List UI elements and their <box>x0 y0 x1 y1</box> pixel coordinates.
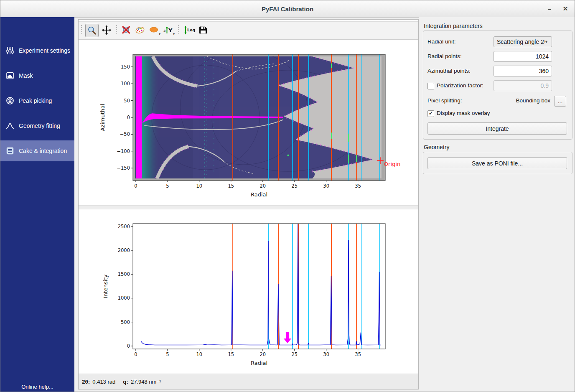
svg-text:100: 100 <box>121 81 130 87</box>
azimuthal-points-label: Azimuthal points: <box>427 66 471 76</box>
svg-text:35: 35 <box>355 183 361 189</box>
zoom-reset-button[interactable] <box>120 24 132 36</box>
save-floppy-icon <box>198 25 208 35</box>
svg-text:−150: −150 <box>117 165 130 171</box>
y-sub-label: a <box>163 28 165 33</box>
colormap-button[interactable] <box>134 24 146 36</box>
sidebar-item-experiment-settings[interactable]: Experiment settings <box>0 40 74 61</box>
online-help-link[interactable]: Online help... <box>0 384 74 390</box>
title-bar: PyFAI Calibration – ✕ <box>0 0 575 18</box>
svg-text:Intensity: Intensity <box>102 274 109 298</box>
target-icon <box>6 97 14 105</box>
svg-text:Radial: Radial <box>251 191 267 198</box>
svg-text:−100: −100 <box>117 148 130 154</box>
save-poni-button[interactable]: Save as PONI file... <box>427 157 567 169</box>
save-plot-button[interactable] <box>197 24 209 36</box>
toolbar-separator <box>178 25 179 35</box>
mask-tool-button[interactable]: ▾ <box>148 24 160 36</box>
q-value: 27.948 nm⁻¹ <box>131 379 161 385</box>
sidebar-item-label: Peak picking <box>19 97 52 104</box>
zoom-tool-button[interactable] <box>85 24 99 37</box>
y-axis-autoscale-icon: a Y <box>163 25 174 35</box>
pixel-splitting-label: Pixel splitting: <box>427 95 462 106</box>
integration-groupbox: Radial unit: Scattering angle 2θ ▼ Radia… <box>423 31 572 140</box>
y-label: Y <box>168 27 173 33</box>
polarization-input: 0.9 <box>494 80 552 91</box>
svg-text:0: 0 <box>127 343 130 349</box>
svg-text:0: 0 <box>127 115 130 120</box>
svg-text:Origin: Origin <box>384 161 400 167</box>
pan-tool-button[interactable] <box>100 24 113 36</box>
integration-panel: Integration parameters Radial unit: Scat… <box>419 17 575 392</box>
radial-points-label: Radial points: <box>427 51 462 62</box>
sidebar-item-label: Geometry fitting <box>19 122 60 129</box>
cake-plot-canvas[interactable]: 05101520253035150100500−50−100−150Radial… <box>79 39 419 206</box>
toolbar-handle <box>81 25 82 35</box>
palette-icon <box>135 25 145 35</box>
masked-column <box>136 56 142 178</box>
geometry-groupbox: Save as PONI file... <box>423 152 572 174</box>
sidebar-item-label: Cake & integration <box>19 148 67 154</box>
close-button[interactable]: ✕ <box>560 3 571 15</box>
integration-plot-canvas[interactable]: 0510152025303505001000150020002500Radial… <box>79 209 419 376</box>
window-title: PyFAI Calibration <box>262 5 313 13</box>
svg-text:2000: 2000 <box>118 247 130 253</box>
svg-text:50: 50 <box>124 98 130 104</box>
q-label: q: <box>123 379 128 385</box>
sliders-icon <box>6 46 14 55</box>
pixel-splitting-more-button[interactable]: ... <box>554 96 566 107</box>
svg-text:Azimuthal: Azimuthal <box>99 104 106 131</box>
polarization-label: Polarization factor: <box>437 80 483 91</box>
svg-text:15: 15 <box>228 351 234 357</box>
tth-label: 2θ: <box>82 379 90 385</box>
svg-text:500: 500 <box>121 319 130 325</box>
status-bar: 2θ: 0.413 rad q: 27.948 nm⁻¹ <box>79 374 418 389</box>
display-mask-checkbox[interactable]: ✓ <box>427 110 434 117</box>
sidebar-item-geometry-fitting[interactable]: Geometry fitting <box>0 115 74 136</box>
svg-text:10: 10 <box>196 183 202 189</box>
svg-text:25: 25 <box>291 351 298 357</box>
polarization-checkbox[interactable] <box>427 83 434 89</box>
sidebar-item-label: Mask <box>19 72 33 79</box>
plot-panel: ▾ a Y ▾ Log <box>78 19 419 389</box>
svg-text:35: 35 <box>355 351 361 357</box>
svg-text:150: 150 <box>121 64 130 70</box>
svg-text:2500: 2500 <box>118 224 130 229</box>
log-scale-button[interactable]: Log <box>183 24 195 36</box>
pixel-splitting-value: Bounding box <box>516 95 550 106</box>
pan-arrows-icon <box>102 25 112 35</box>
minimize-button[interactable]: – <box>544 3 555 15</box>
geometry-section-title: Geometry <box>424 144 449 150</box>
plot-toolbar: ▾ a Y ▾ Log <box>79 21 418 40</box>
svg-text:−50: −50 <box>120 131 130 137</box>
layers-icon <box>6 147 14 155</box>
radial-points-input[interactable]: 1024 <box>494 51 552 62</box>
log-label: Log <box>187 28 195 32</box>
radial-unit-label: Radial unit: <box>427 36 456 47</box>
radial-unit-select[interactable]: Scattering angle 2θ ▼ <box>494 36 552 47</box>
azimuthal-points-input[interactable]: 360 <box>494 66 552 76</box>
sidebar-item-peak-picking[interactable]: Peak picking <box>0 90 74 111</box>
sidebar-item-cake-integration[interactable]: Cake & integration <box>0 140 74 161</box>
radial-unit-value: Scattering angle 2θ <box>494 38 544 45</box>
cake-image <box>135 50 382 179</box>
svg-text:15: 15 <box>228 183 234 189</box>
svg-text:20: 20 <box>260 183 266 189</box>
sidebar: Experiment settings Mask Peak picking Ge… <box>0 17 74 392</box>
svg-text:1000: 1000 <box>118 295 130 301</box>
integrate-button[interactable]: Integrate <box>427 122 567 135</box>
log-scale-icon: Log <box>183 25 195 35</box>
integration-section-title: Integration parameters <box>424 23 483 29</box>
zoom-reset-icon <box>121 25 131 35</box>
sidebar-item-mask[interactable]: Mask <box>0 65 74 86</box>
y-autoscale-button[interactable]: a Y ▾ <box>162 24 175 36</box>
svg-text:0: 0 <box>134 183 137 189</box>
svg-text:5: 5 <box>166 183 169 189</box>
svg-text:5: 5 <box>166 351 169 357</box>
mask-icon <box>6 71 14 80</box>
toolbar-separator <box>116 25 117 35</box>
svg-text:30: 30 <box>323 351 329 357</box>
sidebar-item-label: Experiment settings <box>19 47 70 54</box>
ellipse-mask-icon <box>149 25 160 35</box>
chevron-down-icon: ▼ <box>544 40 548 44</box>
